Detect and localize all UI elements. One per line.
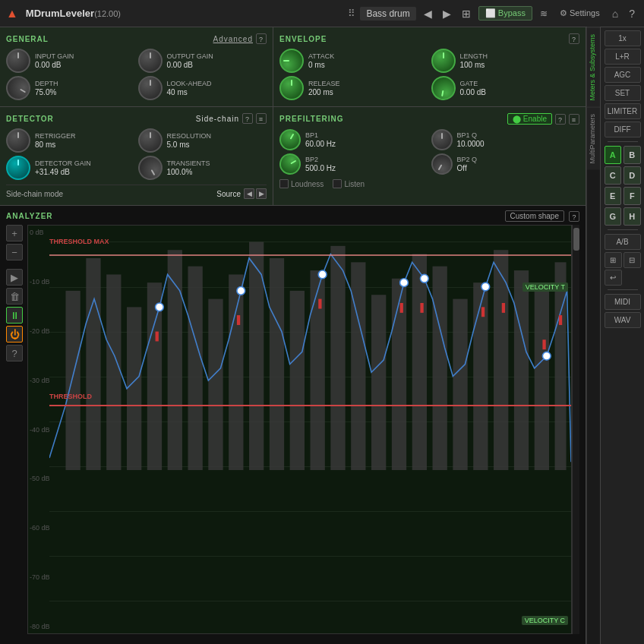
letter-c-button[interactable]: C (605, 166, 622, 185)
grid-line-8 (49, 601, 571, 601)
advanced-link[interactable]: Advanced (213, 35, 253, 43)
eq-icon[interactable]: ≋ (537, 7, 551, 21)
copy-paste-grid: ⊞ ⊟ ↩ (605, 252, 641, 286)
source-prev-button[interactable]: ◀ (244, 188, 254, 199)
settings-button[interactable]: ⚙ Settings (555, 7, 605, 20)
letter-d-button[interactable]: D (623, 166, 641, 185)
copy-button[interactable]: ⊞ (605, 252, 622, 268)
wav-button[interactable]: WAV (605, 312, 641, 328)
depth-knob[interactable] (2, 71, 35, 105)
midi-button[interactable]: MIDI (605, 294, 641, 310)
svg-rect-37 (481, 307, 485, 317)
svg-rect-40 (559, 315, 562, 325)
agc-button[interactable]: AGC (605, 67, 641, 83)
meters-tab[interactable]: Meters & Subsystems (587, 27, 600, 107)
bp2q-knob[interactable] (427, 150, 456, 178)
gate-knob[interactable] (429, 74, 457, 102)
paste-button[interactable]: ⊟ (623, 252, 641, 268)
power-button[interactable]: ⏻ (6, 326, 23, 343)
envelope-help-button[interactable]: ? (569, 33, 579, 44)
envelope-knob-grid: ATTACK 0 ms LENGTH 100 ms (279, 49, 579, 100)
prefiltering-help-button[interactable]: ? (555, 114, 566, 125)
svg-rect-39 (542, 339, 545, 349)
threshold-max-label: THRESHOLD MAX (49, 238, 109, 245)
svg-rect-38 (502, 303, 505, 313)
input-gain-knob[interactable] (6, 49, 30, 73)
output-gain-label: OUTPUT GAIN (167, 52, 213, 62)
attack-item: ATTACK 0 ms (279, 49, 428, 73)
letter-g-button[interactable]: G (605, 207, 622, 226)
general-help-button[interactable]: ? (256, 33, 267, 44)
detector-menu-button[interactable]: ≡ (256, 113, 267, 124)
detector-help-button[interactable]: ? (242, 113, 253, 124)
source-next-button[interactable]: ▶ (256, 188, 267, 199)
bp1q-knob[interactable] (431, 129, 453, 150)
set-button[interactable]: SET (605, 85, 641, 101)
attack-knob[interactable] (279, 49, 304, 73)
prev-preset-button[interactable]: ◀ (421, 6, 435, 21)
home-button[interactable]: ⌂ (609, 6, 621, 21)
resolution-knob[interactable] (138, 128, 163, 153)
transients-item: TRANSIENTS 100.0% (138, 156, 267, 180)
pause-button[interactable]: ⏸ (6, 307, 23, 324)
input-gain-value: 0.00 dB (35, 61, 74, 69)
letter-b-button[interactable]: B (623, 146, 641, 164)
bp1-label: BP1 (305, 131, 336, 140)
zoom-in-button[interactable]: + (6, 225, 23, 242)
letter-e-button[interactable]: E (605, 187, 622, 205)
output-gain-value: 0.00 dB (167, 61, 213, 69)
letter-f-button[interactable]: F (623, 187, 641, 205)
bp1q-value: 10.0000 (457, 140, 485, 148)
sidechain-source: Source ◀ ▶ (216, 188, 267, 199)
ab-button[interactable]: A/B (605, 234, 641, 250)
detector-gain-knob[interactable] (6, 156, 30, 180)
listen-check[interactable]: Listen (333, 179, 365, 188)
undo-button[interactable]: ↩ (605, 270, 622, 286)
input-gain-item: INPUT GAIN 0.00 dB (6, 49, 135, 73)
analyzer-help-button[interactable]: ? (569, 211, 579, 222)
trash-button[interactable]: 🗑 (6, 288, 23, 305)
loudness-check[interactable]: Loudness (279, 179, 324, 188)
multiparams-tab[interactable]: MultiParameters (587, 107, 600, 170)
release-item: RELEASE 200 ms (279, 76, 428, 100)
svg-rect-17 (412, 254, 427, 470)
depth-value: 75.0% (35, 88, 58, 96)
transients-knob[interactable] (134, 151, 167, 185)
loudness-checkbox[interactable] (279, 179, 289, 188)
custom-shape-button[interactable]: Custom shape (505, 210, 564, 222)
prefiltering-menu-button[interactable]: ≡ (569, 114, 579, 125)
resolution-label: RESOLUTION (167, 132, 212, 141)
limiter-button[interactable]: LIMITER (605, 103, 641, 119)
db-labels: 0 dB -10 dB -20 dB -30 dB -40 dB -50 dB … (30, 226, 50, 633)
svg-point-25 (156, 303, 164, 311)
analyzer-scrollbar[interactable] (572, 225, 579, 634)
letter-h-button[interactable]: H (623, 207, 641, 226)
play-button[interactable]: ▶ (6, 269, 23, 286)
length-knob[interactable] (431, 49, 456, 73)
retrigger-knob[interactable] (6, 128, 30, 153)
svg-rect-19 (453, 299, 467, 470)
bypass-button[interactable]: ⬜ Bypass (478, 6, 532, 21)
zoom-1x-button[interactable]: 1x (605, 30, 641, 46)
release-knob[interactable] (279, 76, 304, 100)
preset-menu-button[interactable]: ⊞ (459, 6, 474, 21)
letter-a-button[interactable]: A (605, 146, 622, 164)
lr-button[interactable]: L+R (605, 49, 641, 65)
diff-button[interactable]: DIFF (605, 122, 641, 137)
preset-name[interactable]: Bass drum (360, 7, 415, 21)
app-title: MDrumLeveler(12.00) (26, 8, 121, 19)
output-gain-knob[interactable] (138, 49, 163, 73)
threshold-line (49, 405, 571, 406)
zoom-out-button[interactable]: − (6, 244, 23, 260)
listen-checkbox[interactable] (333, 179, 342, 188)
right-sidebar: 1x L+R AGC SET LIMITER DIFF A B C D E F … (600, 27, 644, 644)
threshold-max-line (49, 254, 571, 256)
analyzer-display[interactable]: 0 dB -10 dB -20 dB -30 dB -40 dB -50 dB … (27, 225, 572, 634)
bp2-knob[interactable] (276, 150, 305, 178)
topbar-help-button[interactable]: ? (626, 6, 638, 21)
prefiltering-enable-button[interactable]: ⬤ Enable (507, 113, 552, 125)
next-preset-button[interactable]: ▶ (440, 6, 454, 21)
tools-help-button[interactable]: ? (6, 345, 23, 361)
lookahead-knob[interactable] (138, 76, 163, 100)
bp1-knob[interactable] (276, 125, 305, 154)
